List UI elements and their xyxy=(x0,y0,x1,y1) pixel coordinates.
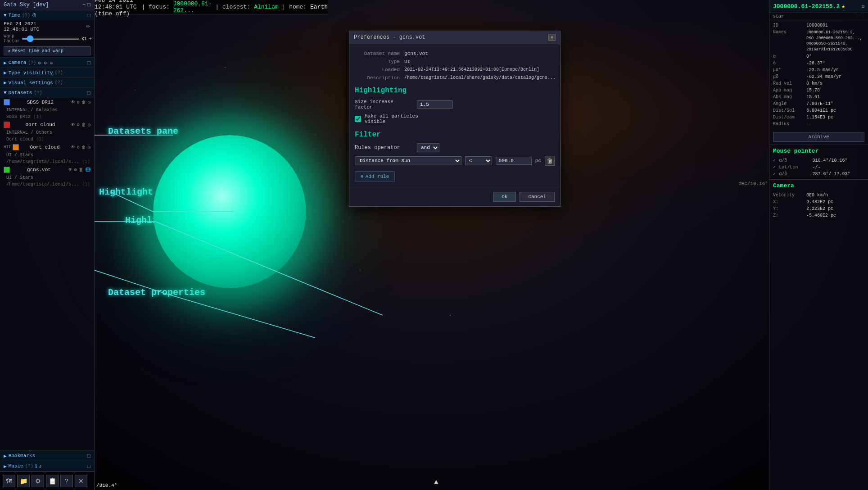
warp-control: Warp factor x1 + xyxy=(0,33,94,45)
pref-cancel-btn[interactable]: Cancel xyxy=(520,192,555,202)
size-increase-input[interactable] xyxy=(417,100,453,109)
oort-eye-icon[interactable]: 👁 xyxy=(71,122,75,127)
add-rule-btn[interactable]: ⊕ Add rule xyxy=(355,171,395,181)
toolbar-close-btn[interactable]: ✕ xyxy=(75,475,87,487)
object-type: star xyxy=(769,13,868,20)
id-value: 10000001 xyxy=(806,23,828,28)
oort2-gear-icon[interactable]: ⚙ xyxy=(77,145,80,150)
toolbar-map-btn[interactable]: 🗺 xyxy=(3,475,15,487)
datetime-display: Feb 24 2021 12:48:01 UTC (time off) xyxy=(95,0,138,17)
pref-meta-description: Description /home/tsagrista/.local/share… xyxy=(355,74,555,82)
datasets-label: Datasets xyxy=(9,90,32,95)
oort-gear-icon[interactable]: ⚙ xyxy=(77,122,80,127)
mouse-row-alphad2: ✓ α/δ 287.6°/-17.93° xyxy=(769,171,868,177)
camera-row-velocity: Velocity 0E0 km/h xyxy=(769,192,868,199)
names-label: Names xyxy=(773,30,805,52)
gcns-globe-icon[interactable]: 🌐 xyxy=(85,167,90,172)
bookmarks-expand-btn[interactable]: □ xyxy=(87,453,90,459)
music-header[interactable]: ▶ Music (?) ℹ ↺ □ xyxy=(0,461,94,471)
camera-expand-btn[interactable]: □ xyxy=(87,59,90,66)
filter-operator-select[interactable]: < > = xyxy=(465,156,492,165)
angle-label: Angle xyxy=(773,101,805,106)
time-question[interactable]: (?) xyxy=(22,13,30,18)
preferences-dialog: Preferences - gcns.vot ✕ Dataset name gc… xyxy=(349,31,561,207)
minimize-btn[interactable]: − xyxy=(82,2,86,8)
visual-settings-header[interactable]: ▶ Visual settings (?) xyxy=(0,78,94,87)
info-row-radius: Radius - xyxy=(769,121,868,127)
type-arrow: ▶ xyxy=(4,70,7,76)
mudelta-value: -62.34 mas/yr xyxy=(806,74,841,79)
time-expand-btn[interactable]: □ xyxy=(87,12,90,18)
warp-slider[interactable] xyxy=(22,38,80,40)
music-question[interactable]: (?) xyxy=(25,464,33,469)
gcns-eye-icon[interactable]: 👁 xyxy=(68,167,72,172)
object-expand-icon[interactable]: ⊞ xyxy=(862,4,864,9)
sdss-eye-icon[interactable]: 👁 xyxy=(71,100,75,105)
music-refresh-icon[interactable]: ↺ xyxy=(39,463,42,469)
music-arrow: ▶ xyxy=(4,463,7,469)
oort2-sphere-icon[interactable]: ◎ xyxy=(88,145,90,150)
maximize-btn[interactable]: □ xyxy=(87,2,90,8)
sdss-sub2: SDSS DR12 (1) xyxy=(0,113,94,120)
music-expand-btn[interactable]: □ xyxy=(87,463,90,469)
pref-close-btn[interactable]: ✕ xyxy=(548,34,556,41)
gcns-gear-icon[interactable]: ⚙ xyxy=(74,167,77,172)
filter-value-input[interactable] xyxy=(496,157,532,165)
type-visibility-header[interactable]: ▶ Type visibility (?) xyxy=(0,68,94,77)
sdss-del-icon[interactable]: 🗑 xyxy=(81,100,86,105)
toolbar-settings-btn[interactable]: ⚙ xyxy=(32,475,44,487)
info-row-names: Names J000000.61-262155.2,PSO J000000.59… xyxy=(769,29,868,53)
toolbar-help-btn[interactable]: ? xyxy=(60,475,73,487)
gcns-del-icon[interactable]: 🗑 xyxy=(79,167,83,172)
bookmarks-header[interactable]: ▶ Bookmarks □ xyxy=(0,451,94,461)
dataset-name-value: gcns.vot xyxy=(404,51,428,56)
pref-ok-btn[interactable]: Ok xyxy=(493,192,516,202)
time-section-header[interactable]: ▼ Time (?) ⏱ □ xyxy=(0,10,94,20)
info-row-appmag: App mag 15.78 xyxy=(769,87,868,94)
datasets-expand-btn[interactable]: □ xyxy=(87,90,90,96)
filter-field-select[interactable]: Distance from Sun xyxy=(355,156,461,165)
filter-delete-btn[interactable]: 🗑 xyxy=(545,156,555,166)
visual-question[interactable]: (?) xyxy=(55,80,63,85)
sdss-color-swatch xyxy=(4,99,10,105)
pref-meta-type: Type UI xyxy=(355,58,555,66)
camera-y-label: Y: xyxy=(773,206,805,211)
sdss-gear-icon[interactable]: ⚙ xyxy=(77,100,80,105)
warp-plus-btn[interactable]: + xyxy=(89,36,92,42)
camera-row-y: Y: 2.223E2 pc xyxy=(769,205,868,212)
mouse-alpha-value: 310.4°/10.16° xyxy=(812,158,847,163)
pref-meta-dataset-name: Dataset name gcns.vot xyxy=(355,50,555,58)
oort-sphere-icon[interactable]: ◎ xyxy=(88,122,90,127)
datasets-question[interactable]: (?) xyxy=(34,91,42,95)
dataset-name-label: Dataset name xyxy=(355,51,400,56)
archive-button[interactable]: Archive xyxy=(773,132,864,142)
oort-del-icon[interactable]: 🗑 xyxy=(81,122,86,127)
alpha-label: α xyxy=(773,54,805,59)
type-question[interactable]: (?) xyxy=(55,70,63,75)
star-favorite-icon[interactable]: ★ xyxy=(841,3,845,10)
date-edit-btn[interactable]: ✏ xyxy=(86,23,90,30)
mualpha-value: -23.5 mas/yr xyxy=(806,68,839,73)
make-all-visible-label: Make all particles visible xyxy=(365,113,423,124)
oort2-sub2: /home/tsagrista/.local/s... (1) xyxy=(0,159,94,165)
datasets-section-header[interactable]: ▼ Datasets (?) □ xyxy=(0,88,94,98)
toolbar-clipboard-btn[interactable]: 📋 xyxy=(46,475,59,487)
toolbar-folder-btn[interactable]: 📁 xyxy=(17,475,30,487)
camera-question[interactable]: (?) xyxy=(28,60,36,65)
mouse-alpha2-label: α/δ xyxy=(779,172,810,177)
oort2-del-icon[interactable]: 🗑 xyxy=(81,145,86,150)
rules-operator-select[interactable]: and or xyxy=(417,143,439,152)
info-row-mudelta: μδ -62.34 mas/yr xyxy=(769,73,868,80)
music-label: Music xyxy=(9,463,23,469)
gcns-sub2: /home/tsagrista/.local/s... (1) xyxy=(0,181,94,188)
reset-time-btn[interactable]: ↺ Reset time and warp xyxy=(4,46,90,55)
object-info-table: ID 10000001 Names J000000.61-262155.2,PS… xyxy=(769,20,868,129)
camera-section-header[interactable]: ▶ Camera (?) ⊙ ⊙ ⊙ □ xyxy=(0,58,94,68)
make-all-visible-checkbox[interactable] xyxy=(355,116,361,122)
gcns-color-swatch xyxy=(4,167,10,173)
sdss-sphere-icon[interactable]: ◎ xyxy=(88,100,90,105)
description-meta-label: Description xyxy=(355,75,400,81)
camera-velocity-label: Velocity xyxy=(773,193,805,198)
oort2-eye-icon[interactable]: 👁 xyxy=(71,145,75,150)
dataset-sdss: SDSS DR12 👁 ⚙ 🗑 ◎ xyxy=(0,98,94,107)
